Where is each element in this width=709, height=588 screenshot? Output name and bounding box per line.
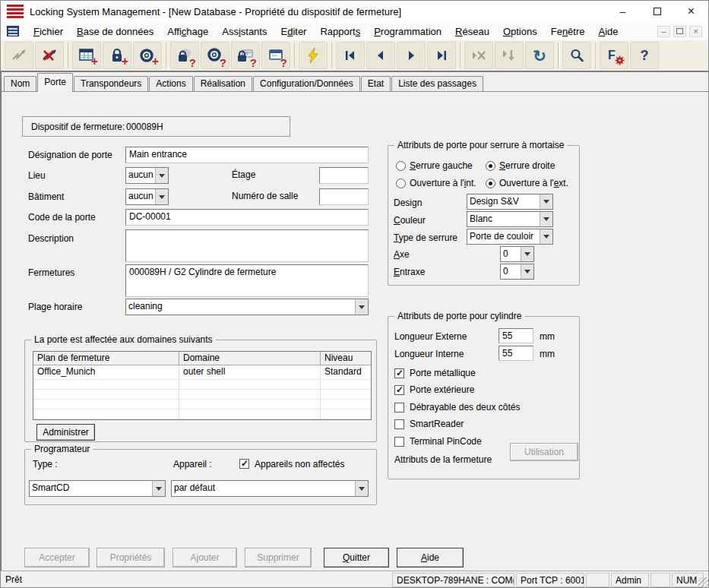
menu-affichage[interactable]: Affichage — [160, 24, 215, 40]
salle-input[interactable] — [319, 188, 369, 205]
abort-button[interactable] — [464, 42, 493, 69]
terminal-pincode-checkbox[interactable] — [394, 437, 404, 447]
dropdown-arrow-icon[interactable] — [152, 481, 165, 496]
code-input[interactable]: DC-00001 — [125, 209, 369, 226]
search-button[interactable] — [562, 42, 591, 69]
next-record-button[interactable] — [397, 42, 426, 69]
couleur-select[interactable]: Blanc — [467, 211, 553, 227]
dropdown-arrow-icon[interactable] — [540, 194, 552, 209]
tab-nom[interactable]: Nom — [4, 76, 36, 91]
axe-select[interactable]: 0 — [500, 246, 534, 262]
utilisation-button[interactable]: Utilisation — [510, 443, 578, 461]
tab-realisation[interactable]: Réalisation — [194, 76, 252, 91]
dropdown-arrow-icon[interactable] — [155, 168, 168, 183]
appareils-non-affectes-checkbox[interactable] — [239, 459, 249, 469]
etage-input[interactable] — [319, 167, 369, 184]
new-locking-system-button[interactable]: + — [72, 42, 101, 69]
menu-programmation[interactable]: Programmation — [367, 24, 448, 40]
longueur-interne-input[interactable]: 55 — [499, 346, 533, 361]
refresh-button[interactable]: ↻ — [525, 42, 554, 69]
column-header[interactable]: Plan de fermeture — [33, 352, 179, 365]
programmer-type-select[interactable]: SmartCD — [29, 480, 166, 497]
apply-icon — [501, 49, 518, 62]
read-network-button[interactable]: ? — [261, 42, 290, 69]
menu-editer[interactable]: Editer — [274, 24, 313, 40]
smartreader-checkbox[interactable] — [394, 419, 404, 429]
menu-base-de-donnees[interactable]: Base de données — [70, 24, 160, 40]
mdi-minimize-button[interactable]: – — [657, 26, 670, 37]
design-select[interactable]: Design S&V — [467, 194, 553, 210]
quitter-button[interactable]: Quitter — [324, 548, 389, 567]
dropdown-arrow-icon[interactable] — [355, 481, 368, 496]
dropdown-arrow-icon[interactable] — [521, 264, 533, 279]
mdi-close-button[interactable]: × — [689, 26, 702, 37]
tab-liste-des-passages[interactable]: Liste des passages — [391, 76, 483, 91]
column-header[interactable]: Niveau — [321, 352, 371, 365]
read-transponder-button[interactable]: ? — [201, 42, 229, 69]
porte-exterieure-checkbox[interactable] — [394, 385, 404, 395]
description-textarea[interactable] — [125, 229, 369, 262]
close-button[interactable]: × — [674, 1, 708, 22]
matrix-view-button[interactable] — [5, 42, 33, 69]
maximize-button[interactable] — [640, 1, 674, 22]
debrayable-checkbox[interactable] — [394, 403, 404, 413]
new-transponder-button[interactable]: + — [133, 42, 162, 69]
menu-options[interactable]: Options — [496, 24, 544, 40]
dropdown-arrow-icon[interactable] — [355, 299, 368, 315]
programmer-device-select[interactable]: par défaut — [171, 480, 369, 497]
filter-button[interactable]: F — [600, 42, 628, 69]
tab-configuration-donnees[interactable]: Configuration/Données — [253, 76, 360, 91]
menu-aide[interactable]: Aide — [592, 24, 625, 40]
tab-actions[interactable]: Actions — [149, 76, 192, 91]
fermetures-textarea[interactable]: 000089H / G2 Cylindre de fermeture — [125, 264, 369, 297]
menu-rapports[interactable]: Rapports — [313, 24, 367, 40]
type-de-serrure-select[interactable]: Porte de couloir — [467, 229, 553, 245]
mdi-restore-button[interactable] — [673, 26, 686, 37]
proprietes-button[interactable]: Propriétés — [97, 548, 165, 567]
last-record-button[interactable] — [427, 42, 456, 69]
read-mifare-button[interactable]: ? — [231, 42, 260, 69]
apply-button[interactable] — [495, 42, 524, 69]
mm-unit-label: mm — [540, 349, 555, 359]
table-row[interactable]: Office_Munich outer shell Standard — [33, 365, 371, 380]
column-header[interactable]: Domaine — [179, 352, 321, 365]
ouverture-ext-radio[interactable] — [486, 179, 495, 188]
plage-horaire-select[interactable]: cleaning — [125, 299, 369, 315]
read-lock-button[interactable]: ? — [170, 42, 199, 69]
menu-fichier[interactable]: Fichier — [27, 24, 70, 40]
help-button[interactable]: ? — [630, 42, 659, 69]
domains-table[interactable]: Plan de fermeture Domaine Niveau Office_… — [33, 351, 372, 420]
new-lock-button[interactable]: + — [103, 42, 131, 69]
matrix-view-off-button[interactable] — [35, 42, 64, 69]
first-record-button[interactable] — [336, 42, 365, 69]
type-de-serrure-label: Type de serrure — [394, 232, 457, 243]
designation-input[interactable]: Main entrance — [125, 147, 369, 163]
tab-porte[interactable]: Porte — [37, 73, 73, 92]
serrure-droite-radio[interactable] — [486, 161, 495, 171]
menu-assistants[interactable]: Assistants — [215, 24, 274, 40]
program-button[interactable] — [299, 42, 328, 69]
batiment-select[interactable]: aucun — [125, 188, 169, 205]
previous-record-button[interactable] — [366, 42, 395, 69]
lieu-select[interactable]: aucun — [125, 167, 169, 184]
dropdown-arrow-icon[interactable] — [540, 229, 552, 244]
minimize-button[interactable]: – — [606, 1, 640, 22]
entraxe-select[interactable]: 0 — [500, 264, 534, 280]
menu-fenetre[interactable]: Fenêtre — [544, 24, 592, 40]
dropdown-arrow-icon[interactable] — [155, 189, 168, 204]
administrer-button[interactable]: Administrer — [36, 424, 95, 441]
dropdown-arrow-icon[interactable] — [540, 212, 552, 226]
supprimer-button[interactable]: Supprimer — [245, 548, 312, 567]
serrure-gauche-radio[interactable] — [396, 161, 406, 171]
menu-reseau[interactable]: Réseau — [448, 24, 496, 40]
longueur-externe-input[interactable]: 55 — [499, 328, 533, 343]
aide-button[interactable]: Aide — [397, 548, 464, 567]
porte-metallique-checkbox[interactable] — [394, 368, 404, 378]
ouverture-int-radio[interactable] — [396, 179, 406, 188]
resize-grip[interactable] — [698, 577, 709, 588]
tab-etat[interactable]: Etat — [361, 76, 391, 91]
dropdown-arrow-icon[interactable] — [521, 247, 533, 261]
accepter-button[interactable]: Accepter — [24, 548, 90, 567]
ajouter-button[interactable]: Ajouter — [173, 548, 237, 567]
tab-transpondeurs[interactable]: Transpondeurs — [74, 76, 148, 91]
